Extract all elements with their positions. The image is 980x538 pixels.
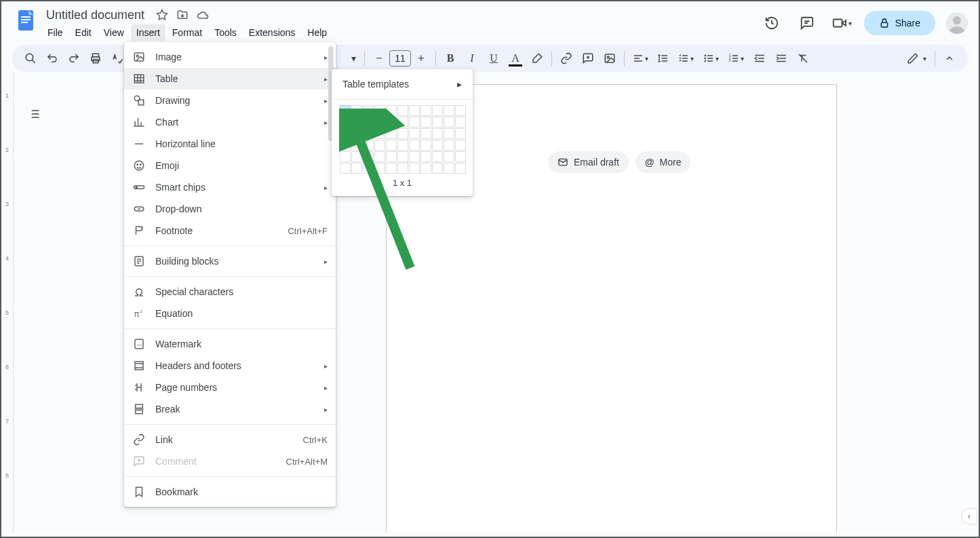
grid-cell[interactable] [374,128,385,139]
grid-cell[interactable] [351,128,362,139]
grid-cell[interactable] [444,140,454,151]
insert-equation[interactable]: π2Equation [124,303,336,324]
insert-horizontal-line[interactable]: Horizontal line [124,133,336,155]
insert-footnote[interactable]: 1FootnoteCtrl+Alt+F [124,220,336,242]
insert-drop-down[interactable]: Drop-down [124,198,336,220]
bold-button[interactable]: B [440,48,460,69]
menu-insert[interactable]: Insert [131,24,165,41]
grid-cell[interactable] [432,163,443,174]
font-dropdown-arrow[interactable]: ▾ [347,48,360,69]
grid-cell[interactable] [444,117,454,128]
grid-cell[interactable] [432,151,443,162]
insert-page-numbers[interactable]: Page numbers▸ [124,377,336,398]
grid-cell[interactable] [386,151,397,162]
grid-cell[interactable] [444,163,454,174]
document-title[interactable]: Untitled document [42,7,149,24]
font-size-input[interactable] [389,50,411,66]
grid-cell[interactable] [386,140,397,151]
grid-cell[interactable] [409,163,420,174]
grid-cell[interactable] [374,117,385,128]
menu-view[interactable]: View [98,24,130,41]
insert-headers-and-footers[interactable]: Headers and footers▸ [124,355,336,377]
comments-icon[interactable] [793,9,821,37]
grid-cell[interactable] [386,117,397,128]
grid-cell[interactable] [420,128,431,139]
grid-cell[interactable] [455,151,466,162]
insert-special-characters[interactable]: Special characters [124,281,336,303]
grid-cell[interactable] [432,105,443,116]
undo-icon[interactable] [42,48,62,69]
grid-cell[interactable] [374,105,385,116]
insert-watermark[interactable]: Watermark [124,333,336,355]
outline-toggle-icon[interactable] [22,102,46,126]
grid-cell[interactable] [420,163,431,174]
insert-table[interactable]: Table▸ [124,68,336,90]
grid-cell[interactable] [351,105,362,116]
align-dropdown[interactable]: ▾ [629,48,652,69]
collapse-toolbar-icon[interactable] [939,48,960,69]
grid-cell[interactable] [363,117,374,128]
user-avatar[interactable] [946,12,968,34]
table-templates-item[interactable]: Table templates ▸ [332,73,473,95]
side-panel-toggle[interactable]: ‹ [961,508,977,524]
grid-cell[interactable] [455,163,466,174]
text-color-button[interactable]: A [505,48,526,69]
grid-cell[interactable] [409,105,420,116]
menu-file[interactable]: File [42,24,68,41]
insert-chart[interactable]: Chart▸ [124,111,336,133]
decrease-indent-icon[interactable] [749,48,770,69]
share-button[interactable]: Share [864,11,935,35]
menu-format[interactable]: Format [167,24,208,41]
cloud-status-icon[interactable] [196,8,210,22]
grid-cell[interactable] [386,105,397,116]
highlight-button[interactable] [527,48,547,69]
insert-smart-chips[interactable]: Smart chips▸ [124,176,336,198]
grid-cell[interactable] [420,140,431,151]
grid-cell[interactable] [397,151,408,162]
grid-cell[interactable] [455,117,466,128]
increase-indent-icon[interactable] [771,48,791,69]
grid-cell[interactable] [455,105,466,116]
grid-cell[interactable] [397,128,408,139]
grid-cell[interactable] [444,105,454,116]
meet-button[interactable]: ▾ [829,9,856,37]
grid-cell[interactable] [363,151,374,162]
insert-emoji[interactable]: Emoji [124,155,336,176]
bulleted-list-button[interactable]: ▾ [699,48,723,69]
line-spacing-button[interactable] [654,48,673,69]
increase-font-size[interactable]: + [411,48,431,69]
numbered-list-button[interactable]: 123▾ [724,48,748,69]
insert-image-icon[interactable] [600,48,620,69]
italic-button[interactable]: I [462,48,482,69]
insert-image[interactable]: Image▸ [124,46,336,68]
grid-cell[interactable] [363,128,374,139]
move-icon[interactable] [176,8,189,22]
grid-cell[interactable] [432,140,443,151]
grid-cell[interactable] [444,128,454,139]
grid-cell[interactable] [420,151,431,162]
menu-edit[interactable]: Edit [70,24,97,41]
docs-logo[interactable] [12,7,39,34]
grid-cell[interactable] [397,140,408,151]
grid-cell[interactable] [363,163,374,174]
insert-link[interactable]: LinkCtrl+K [124,429,336,450]
table-size-grid[interactable] [340,105,465,174]
grid-cell[interactable] [340,117,351,128]
grid-cell[interactable] [340,140,351,151]
redo-icon[interactable] [64,48,84,69]
insert-bookmark[interactable]: Bookmark [124,481,336,503]
grid-cell[interactable] [386,128,397,139]
underline-button[interactable]: U [484,48,504,69]
insert-drawing[interactable]: Drawing▸ [124,90,336,111]
menu-help[interactable]: Help [302,24,332,41]
grid-cell[interactable] [340,128,351,139]
grid-cell[interactable] [363,140,374,151]
chip-meeting-notes[interactable] [522,151,541,173]
insert-link-icon[interactable] [556,48,576,69]
grid-cell[interactable] [374,151,385,162]
add-comment-icon[interactable] [578,48,598,69]
grid-cell[interactable] [455,140,466,151]
grid-cell[interactable] [455,128,466,139]
grid-cell[interactable] [420,117,431,128]
history-icon[interactable] [758,9,785,37]
